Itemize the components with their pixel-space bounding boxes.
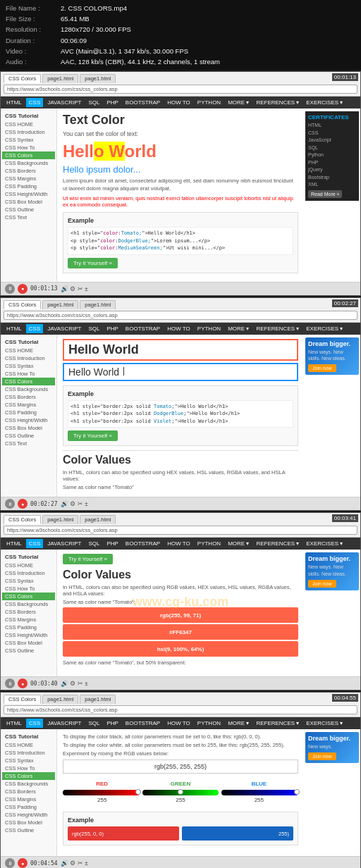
nav-bootstrap-1[interactable]: BOOTSTRAP bbox=[123, 98, 163, 107]
sidebar2-css-outline[interactable]: CSS Outline bbox=[2, 432, 55, 440]
nav-howto-2[interactable]: HOW TO bbox=[164, 324, 193, 333]
nav-howto-1[interactable]: HOW TO bbox=[164, 98, 193, 107]
address-bar-4[interactable]: https://www.w3schools.com/css/css_colors… bbox=[4, 705, 357, 714]
pause-btn-2[interactable]: ⏸ bbox=[5, 499, 15, 509]
nav-php-3[interactable]: PHP bbox=[104, 539, 121, 548]
sidebar3-css-home[interactable]: CSS HOME bbox=[2, 562, 55, 569]
tab-page2-3[interactable]: page1.html bbox=[80, 515, 116, 524]
tab-page1-4[interactable]: page1.html bbox=[42, 695, 78, 704]
sidebar4-css-outline[interactable]: CSS Outline bbox=[2, 826, 55, 834]
nav-references-2[interactable]: REFERENCES ▾ bbox=[253, 324, 302, 333]
nav-exercises-3[interactable]: EXERCISES ▾ bbox=[303, 539, 345, 548]
sidebar-css-home-1[interactable]: CSS HOME bbox=[2, 120, 55, 128]
nav-js-2[interactable]: JAVASCRIPT bbox=[44, 324, 84, 333]
nav-more-4[interactable]: MORE ▾ bbox=[225, 719, 252, 728]
try-btn-2[interactable]: Try it Yourself » bbox=[68, 430, 118, 441]
nav-sql-4[interactable]: SQL bbox=[85, 719, 102, 728]
try-btn-3[interactable]: Try it Yourself » bbox=[63, 554, 113, 564]
sidebar4-css-padding[interactable]: CSS Padding bbox=[2, 803, 55, 811]
sidebar4-css-home[interactable]: CSS HOME bbox=[2, 741, 55, 749]
rec-btn-1[interactable]: ● bbox=[18, 284, 27, 294]
nav-html-4[interactable]: HTML bbox=[4, 719, 25, 728]
nav-references-1[interactable]: REFERENCES ▾ bbox=[253, 98, 302, 107]
sidebar3-css-borders[interactable]: CSS Borders bbox=[2, 608, 55, 616]
sidebar-css-outline-1[interactable]: CSS Outline bbox=[2, 206, 55, 213]
join-btn-2[interactable]: Join now bbox=[308, 364, 336, 372]
nav-html-3[interactable]: HTML bbox=[4, 539, 25, 548]
sidebar2-css-syntax[interactable]: CSS Syntax bbox=[2, 362, 55, 370]
nav-js-1[interactable]: JAVASCRIPT bbox=[44, 98, 84, 107]
tab-css-colors-1[interactable]: CSS Colors bbox=[4, 74, 41, 83]
nav-more-3[interactable]: MORE ▾ bbox=[225, 539, 252, 548]
green-slider[interactable] bbox=[142, 790, 219, 795]
nav-css-1[interactable]: CSS bbox=[26, 98, 43, 107]
rec-btn-2[interactable]: ● bbox=[18, 499, 27, 509]
nav-php-2[interactable]: PHP bbox=[104, 324, 121, 333]
sidebar2-css-text[interactable]: CSS Text bbox=[2, 440, 55, 447]
sidebar4-css-box[interactable]: CSS Box Model bbox=[2, 819, 55, 826]
sidebar-css-intro-1[interactable]: CSS Introduction bbox=[2, 128, 55, 136]
nav-more-1[interactable]: MORE ▾ bbox=[225, 98, 252, 107]
sidebar-css-colors-1[interactable]: CSS Colors bbox=[2, 151, 55, 159]
nav-python-1[interactable]: PYTHON bbox=[195, 98, 224, 107]
nav-css-2[interactable]: CSS bbox=[26, 324, 43, 333]
green-thumb[interactable] bbox=[178, 789, 183, 795]
nav-sql-3[interactable]: SQL bbox=[85, 539, 102, 548]
blue-slider[interactable] bbox=[221, 790, 298, 795]
tab-css-colors-4[interactable]: CSS Colors bbox=[4, 695, 41, 704]
nav-html-1[interactable]: HTML bbox=[4, 98, 25, 107]
rec-btn-3[interactable]: ● bbox=[18, 678, 27, 688]
sidebar4-css-height[interactable]: CSS Height/Width bbox=[2, 811, 55, 819]
tab-page2-2[interactable]: page1.html bbox=[80, 300, 116, 309]
tab-page1-2[interactable]: page1.html bbox=[42, 300, 78, 309]
address-bar-3[interactable]: https://www.w3schools.com/css/css_colors… bbox=[4, 526, 357, 535]
nav-sql-2[interactable]: SQL bbox=[85, 324, 102, 333]
nav-js-3[interactable]: JAVASCRIPT bbox=[44, 539, 84, 548]
nav-bootstrap-2[interactable]: BOOTSTRAP bbox=[123, 324, 163, 333]
nav-bootstrap-3[interactable]: BOOTSTRAP bbox=[123, 539, 163, 548]
tab-css-colors-2[interactable]: CSS Colors bbox=[4, 300, 41, 309]
sidebar-css-box-1[interactable]: CSS Box Model bbox=[2, 198, 55, 206]
sidebar3-css-colors[interactable]: CSS Colors bbox=[2, 593, 55, 600]
join-btn-3[interactable]: Join now bbox=[308, 580, 336, 588]
sidebar-css-borders-1[interactable]: CSS Borders bbox=[2, 167, 55, 175]
blue-thumb[interactable] bbox=[294, 789, 300, 795]
pause-btn-1[interactable]: ⏸ bbox=[5, 284, 15, 294]
nav-html-2[interactable]: HTML bbox=[4, 324, 25, 333]
nav-sql-1[interactable]: SQL bbox=[85, 98, 102, 107]
nav-exercises-1[interactable]: EXERCISES ▾ bbox=[303, 98, 345, 107]
sidebar2-css-box[interactable]: CSS Box Model bbox=[2, 424, 55, 432]
sidebar4-css-colors[interactable]: CSS Colors bbox=[2, 772, 55, 780]
pause-btn-3[interactable]: ⏸ bbox=[5, 678, 15, 688]
sidebar3-css-box[interactable]: CSS Box Model bbox=[2, 639, 55, 647]
sidebar-css-height-1[interactable]: CSS Height/Width bbox=[2, 190, 55, 198]
nav-howto-3[interactable]: HOW TO bbox=[164, 539, 193, 548]
tab-page2-1[interactable]: page1.html bbox=[80, 74, 116, 83]
nav-php-1[interactable]: PHP bbox=[104, 98, 121, 107]
join-btn-4[interactable]: Join now bbox=[308, 752, 336, 760]
tab-css-colors-3[interactable]: CSS Colors bbox=[4, 515, 41, 524]
sidebar2-css-home[interactable]: CSS HOME bbox=[2, 347, 55, 354]
sidebar-css-syntax-1[interactable]: CSS Syntax bbox=[2, 136, 55, 144]
sidebar3-css-intro[interactable]: CSS Introduction bbox=[2, 569, 55, 577]
nav-exercises-2[interactable]: EXERCISES ▾ bbox=[303, 324, 345, 333]
nav-php-4[interactable]: PHP bbox=[104, 719, 121, 728]
sidebar4-css-borders[interactable]: CSS Borders bbox=[2, 788, 55, 795]
sidebar4-css-margins[interactable]: CSS Margins bbox=[2, 795, 55, 803]
rec-btn-4[interactable]: ● bbox=[18, 858, 27, 868]
address-bar-1[interactable]: https://www.w3schools.com/css/css_colors… bbox=[4, 85, 357, 94]
nav-python-2[interactable]: PYTHON bbox=[195, 324, 224, 333]
sidebar3-css-margins[interactable]: CSS Margins bbox=[2, 616, 55, 624]
nav-python-3[interactable]: PYTHON bbox=[195, 539, 224, 548]
sidebar2-css-height[interactable]: CSS Height/Width bbox=[2, 416, 55, 424]
nav-references-4[interactable]: REFERENCES ▾ bbox=[253, 719, 302, 728]
sidebar2-css-intro[interactable]: CSS Introduction bbox=[2, 354, 55, 362]
read-more-btn-1[interactable]: Read More » bbox=[308, 190, 342, 198]
nav-css-4[interactable]: CSS bbox=[26, 719, 43, 728]
nav-css-3[interactable]: CSS bbox=[26, 539, 43, 548]
tab-page2-4[interactable]: page1.html bbox=[80, 695, 116, 704]
sidebar4-css-bg[interactable]: CSS Backgrounds bbox=[2, 780, 55, 788]
sidebar2-css-howto[interactable]: CSS How To bbox=[2, 370, 55, 378]
nav-js-4[interactable]: JAVASCRIPT bbox=[44, 719, 84, 728]
sidebar4-css-howto[interactable]: CSS How To bbox=[2, 764, 55, 772]
